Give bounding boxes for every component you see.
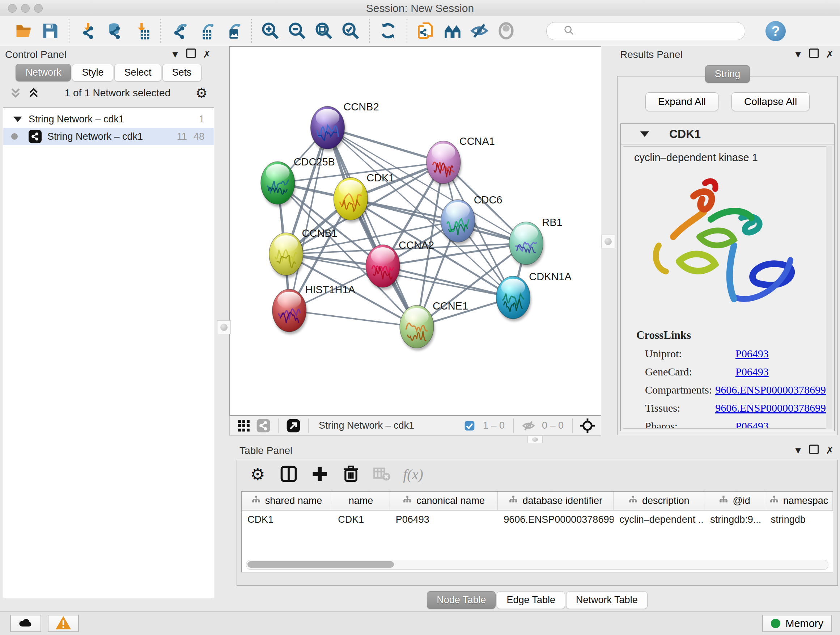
zoom-fit-button[interactable] xyxy=(310,19,337,43)
delete-column-button[interactable] xyxy=(337,462,365,486)
zoom-in-button[interactable] xyxy=(257,19,284,43)
show-all-button[interactable] xyxy=(493,19,519,43)
warnings-button[interactable] xyxy=(48,615,79,632)
column-header-shared-name[interactable]: shared name xyxy=(242,492,332,510)
network-list: String Network – cdk1 1 String Network –… xyxy=(3,107,214,598)
network-row[interactable]: String Network – cdk1 11 48 xyxy=(3,128,214,145)
fit-selected-crosshair-icon[interactable] xyxy=(578,418,597,434)
tab-sets[interactable]: Sets xyxy=(163,64,202,81)
import-network-button[interactable] xyxy=(74,19,101,43)
edge-HIST1H1A-CCNE1[interactable] xyxy=(289,310,417,327)
network-options-gear-icon[interactable]: ⚙ xyxy=(195,86,208,100)
node-HIST1H1A[interactable]: HIST1H1A xyxy=(272,284,355,334)
collapse-triangle-icon[interactable] xyxy=(640,131,649,137)
network-canvas[interactable]: CCNB2CCNA1CDC25BCDK1CDC6RB1CCNB1CCNA2CDK… xyxy=(229,46,601,416)
tab-network-table[interactable]: Network Table xyxy=(566,591,647,609)
close-panel-icon[interactable]: ✗ xyxy=(822,49,838,60)
tab-select[interactable]: Select xyxy=(114,64,161,81)
collapse-triangle-icon[interactable] xyxy=(13,117,22,122)
node-CDK1[interactable]: CDK1 xyxy=(333,172,394,223)
search-input[interactable] xyxy=(546,22,745,40)
save-session-button[interactable] xyxy=(37,19,64,43)
import-table-button[interactable] xyxy=(128,19,155,43)
delete-table-button[interactable] xyxy=(368,462,396,486)
collapse-all-button[interactable]: Collapse All xyxy=(731,92,810,111)
column-header-canonical-name[interactable]: canonical name xyxy=(390,492,498,510)
expand-all-networks-icon[interactable] xyxy=(27,87,40,100)
function-builder-button[interactable]: f(x) xyxy=(399,462,427,486)
open-in-browser-icon[interactable] xyxy=(284,418,303,434)
column-header-name[interactable]: name xyxy=(332,492,390,510)
column-header-description[interactable]: description xyxy=(614,492,704,510)
zoom-out-button[interactable] xyxy=(284,19,310,43)
hide-selected-button[interactable] xyxy=(466,19,493,43)
export-image-button[interactable] xyxy=(219,19,246,43)
cell-canonical-name[interactable]: P06493 xyxy=(390,514,498,525)
column-header-@id[interactable]: @id xyxy=(704,492,765,510)
crosslink-link[interactable]: P06493 xyxy=(736,366,769,378)
crosslink-link[interactable]: 9606.ENSP00000378699 xyxy=(715,402,826,414)
bottom-splitter-handle[interactable] xyxy=(527,436,543,443)
node-CDKN1A[interactable]: CDKN1A xyxy=(496,271,572,321)
node-CDC6[interactable]: CDC6 xyxy=(441,194,502,245)
node-CCNE1[interactable]: CCNE1 xyxy=(400,300,468,351)
open-session-icon xyxy=(14,21,33,41)
float-panel-icon[interactable]: ▼ xyxy=(167,49,183,60)
float-panel-icon[interactable]: ▼ xyxy=(790,445,806,456)
cell-database-identifier[interactable]: 9606.ENSP00000378699 xyxy=(498,514,614,525)
edge-CCNB2-CCNE1[interactable] xyxy=(327,128,417,327)
hidden-eye-icon[interactable] xyxy=(519,418,538,434)
column-header-database-identifier[interactable]: database identifier xyxy=(498,492,614,510)
cell-name[interactable]: CDK1 xyxy=(332,514,390,525)
close-panel-icon[interactable]: ✗ xyxy=(822,445,838,456)
first-neighbors-button[interactable] xyxy=(439,19,466,43)
cell-shared-name[interactable]: CDK1 xyxy=(242,514,332,525)
tab-string[interactable]: String xyxy=(705,65,750,83)
crosslink-link[interactable]: P06493 xyxy=(736,420,769,429)
zoom-selected-button[interactable] xyxy=(337,19,364,43)
birdseye-grid-icon[interactable] xyxy=(234,418,254,434)
expand-all-button[interactable]: Expand All xyxy=(645,92,718,111)
protein-card-header[interactable]: CDK1 xyxy=(621,124,834,144)
tab-style[interactable]: Style xyxy=(72,64,113,81)
network-collection-row[interactable]: String Network – cdk1 1 xyxy=(3,111,214,128)
tab-network[interactable]: Network xyxy=(16,64,71,81)
node-RB1[interactable]: RB1 xyxy=(509,217,562,267)
string-app-icon xyxy=(28,130,42,143)
table-row[interactable]: CDK1CDK1P064939606.ENSP00000378699cyclin… xyxy=(242,510,833,529)
refresh-view-button[interactable] xyxy=(375,19,401,43)
cell-description[interactable]: cyclin–dependent ... xyxy=(614,514,704,525)
float-panel-icon[interactable]: ▼ xyxy=(790,49,806,60)
maximize-panel-icon[interactable] xyxy=(806,445,822,456)
tab-edge-table[interactable]: Edge Table xyxy=(497,591,565,609)
cell-@id[interactable]: stringdb:9... xyxy=(704,514,765,525)
import-database-button[interactable] xyxy=(101,19,128,43)
collapse-all-networks-icon[interactable] xyxy=(9,87,22,100)
toggle-column-button[interactable] xyxy=(275,462,303,486)
node-table[interactable]: shared namenamecanonical namedatabase id… xyxy=(241,491,833,572)
close-panel-icon[interactable]: ✗ xyxy=(199,49,215,60)
cloud-status-button[interactable] xyxy=(10,615,41,632)
tab-node-table[interactable]: Node Table xyxy=(427,591,496,609)
maximize-panel-icon[interactable] xyxy=(806,49,822,60)
export-network-button[interactable] xyxy=(166,19,193,43)
crosslink-link[interactable]: 9606.ENSP00000378699 xyxy=(715,384,826,396)
create-column-button[interactable] xyxy=(306,462,334,486)
right-splitter-handle[interactable] xyxy=(601,234,615,249)
copy-style-button[interactable] xyxy=(412,19,439,43)
open-session-button[interactable] xyxy=(10,19,37,43)
edge-CCNB2-HIST1H1A[interactable] xyxy=(289,128,328,310)
crosslink-link[interactable]: P06493 xyxy=(736,348,769,360)
column-header-namespac[interactable]: namespac xyxy=(765,492,833,510)
help-button[interactable]: ? xyxy=(766,21,786,41)
selected-checkbox-icon[interactable] xyxy=(460,418,479,434)
maximize-panel-icon[interactable] xyxy=(183,49,199,60)
table-horizontal-scrollbar[interactable] xyxy=(246,560,829,570)
export-table-button[interactable] xyxy=(193,19,219,43)
table-settings-button[interactable]: ⚙ xyxy=(243,462,272,486)
cell-namespac[interactable]: stringdb xyxy=(765,514,833,525)
results-scrollbar[interactable] xyxy=(826,146,832,429)
memory-button[interactable]: Memory xyxy=(762,615,832,632)
left-splitter-handle[interactable] xyxy=(217,320,231,334)
string-share-icon[interactable] xyxy=(254,418,273,434)
